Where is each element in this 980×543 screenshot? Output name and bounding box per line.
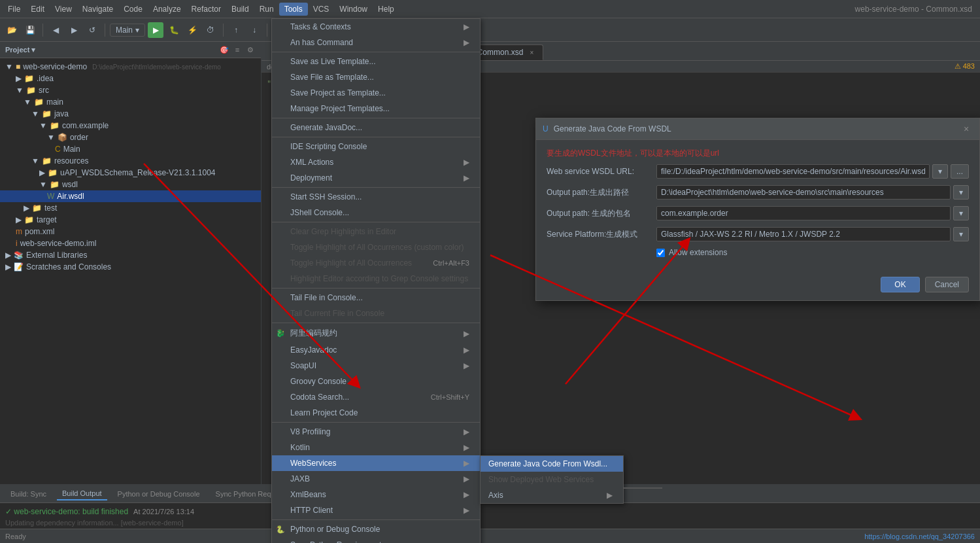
dialog-output-path1-input[interactable]	[656, 185, 951, 200]
dialog-allow-extensions-checkbox[interactable]	[656, 249, 665, 257]
toolbar-debug[interactable]: 🐛	[166, 22, 182, 38]
dialog-wsdl-browse-btn[interactable]: ...	[951, 164, 969, 179]
tree-src[interactable]: ▼ 📁 src	[0, 84, 261, 96]
menu-v8[interactable]: V8 Profiling ▶	[272, 424, 480, 440]
dialog-service-platform-input[interactable]	[656, 227, 951, 241]
status-link[interactable]: https://blog.csdn.net/qq_34207366	[864, 533, 975, 540]
bottom-tab-sync[interactable]: Build: Sync	[5, 488, 52, 500]
dialog-cancel-button[interactable]: Cancel	[925, 277, 969, 292]
menu-tools[interactable]: Tools	[279, 3, 308, 16]
tree-scratches[interactable]: ▶ 📝 Scratches and Consoles	[0, 261, 261, 273]
webservices-arrow: ▶	[464, 459, 469, 468]
tab-common-close[interactable]: ×	[527, 48, 536, 57]
toolbar-config[interactable]: Main ▾	[110, 24, 145, 37]
menu-refactor[interactable]: Refactor	[186, 3, 226, 16]
toolbar-new[interactable]: 📂	[4, 22, 20, 38]
menu-alibaba[interactable]: 🐉 阿里编码规约 ▶	[272, 324, 480, 342]
menu-python-console[interactable]: 🐍 Python or Debug Console	[272, 521, 480, 537]
menu-an-command[interactable]: An has Command ▶	[272, 35, 480, 50]
easy-arrow: ▶	[464, 345, 469, 355]
dialog-ok-button[interactable]: OK	[881, 277, 919, 292]
dialog-path2-dropdown-btn[interactable]: ▾	[953, 206, 969, 220]
tree-air-wsdl[interactable]: W Air.wsdl	[0, 190, 261, 202]
menu-manage-templates[interactable]: Manage Project Templates...	[272, 101, 480, 116]
dialog-path1-dropdown-btn[interactable]: ▾	[953, 185, 969, 200]
menu-sync-python[interactable]: Sync Python Requirements...	[272, 537, 480, 543]
menu-file[interactable]: File	[3, 3, 25, 16]
menu-analyze[interactable]: Analyze	[148, 3, 186, 16]
submenu-generate-java[interactable]: Generate Java Code From Wsdl...	[481, 456, 623, 472]
menu-soapui[interactable]: SoapUI ▶	[272, 358, 480, 374]
menu-help[interactable]: Help	[373, 3, 399, 16]
menu-deployment[interactable]: Deployment ▶	[272, 170, 480, 186]
toolbar-back[interactable]: ◀	[48, 22, 63, 38]
tree-external-libs[interactable]: ▶ 📚 External Libraries	[0, 249, 261, 261]
menu-vcs[interactable]: VCS	[308, 3, 335, 16]
tree-wsdl-folder[interactable]: ▼ 📁 wsdl	[0, 179, 261, 190]
menu-xmlbeans[interactable]: XmlBeans ▶	[272, 487, 480, 502]
menu-save-file[interactable]: Save File as Template...	[272, 69, 480, 85]
menu-learn-project[interactable]: Learn Project Code	[272, 405, 480, 421]
toolbar-pull[interactable]: ↓	[246, 22, 262, 38]
menu-tasks-contexts[interactable]: Tasks & Contexts ▶	[272, 19, 480, 35]
menu-run[interactable]: Run	[254, 3, 279, 16]
menu-tail-file[interactable]: Tail File in Console...	[272, 290, 480, 306]
tree-java[interactable]: ▼ 📁 java	[0, 108, 261, 120]
menu-code[interactable]: Code	[118, 3, 148, 16]
tree-com-label: com.example	[62, 121, 109, 130]
bottom-tab-build-output[interactable]: Build Output	[57, 487, 107, 500]
tree-main-class[interactable]: C Main	[0, 143, 261, 155]
menu-start-ssh[interactable]: Start SSH Session...	[272, 189, 480, 205]
submenu-axis[interactable]: Axis ▶	[481, 487, 623, 503]
menu-codota[interactable]: Codota Search... Ctrl+Shift+Y	[272, 389, 480, 405]
sidebar-action-locate[interactable]: 🎯	[219, 44, 229, 55]
menu-highlight-grep: Highlight Editor according to Grep Conso…	[272, 271, 480, 287]
bottom-tab-python-console[interactable]: Python or Debug Console	[112, 488, 205, 500]
menu-save-project[interactable]: Save Project as Template...	[272, 85, 480, 101]
toolbar-forward[interactable]: ▶	[66, 22, 82, 38]
tree-iml[interactable]: i web-service-demo.iml	[0, 237, 261, 249]
tree-uapi[interactable]: ▶ 📁 uAPI_WSDLSchema_Release-V21.3.1.1004	[0, 167, 261, 179]
menu-webservices[interactable]: WebServices ▶ Generate Java Code From Ws…	[272, 455, 480, 471]
dialog-platform-dropdown-btn[interactable]: ▾	[953, 227, 969, 241]
toolbar-profile[interactable]: ⏱	[203, 22, 218, 38]
sidebar-action-settings[interactable]: ⚙	[245, 44, 256, 55]
menu-window[interactable]: Window	[334, 3, 373, 16]
toolbar-vcs[interactable]: ↑	[228, 22, 244, 38]
menu-jshell[interactable]: JShell Console...	[272, 205, 480, 220]
tree-resources[interactable]: ▼ 📁 resources	[0, 155, 261, 167]
tree-main[interactable]: ▼ 📁 main	[0, 96, 261, 108]
menu-save-live[interactable]: Save as Live Template...	[272, 54, 480, 69]
tree-test[interactable]: ▶ 📁 test	[0, 202, 261, 214]
tree-pom[interactable]: m pom.xml	[0, 226, 261, 237]
dialog-wsdl-dropdown-btn[interactable]: ▾	[932, 164, 948, 179]
sidebar-action-collapse[interactable]: ≡	[232, 44, 243, 55]
menu-easy-javadoc[interactable]: EasyJavadoc ▶	[272, 342, 480, 358]
dialog-output-path2-input[interactable]	[656, 206, 951, 220]
tree-order[interactable]: ▼ 📦 order	[0, 131, 261, 143]
toolbar-run[interactable]: ▶	[148, 22, 163, 38]
toolbar-refresh[interactable]: ↺	[84, 22, 100, 38]
tree-idea[interactable]: ▶ 📁 .idea	[0, 73, 261, 84]
menu-navigate[interactable]: Navigate	[77, 3, 118, 16]
dialog-title: U Generate Java Code From WSDL	[543, 124, 671, 133]
tree-target[interactable]: ▶ 📁 target	[0, 214, 261, 226]
toolbar-coverage[interactable]: ⚡	[184, 22, 200, 38]
menu-groovy[interactable]: Groovy Console	[272, 374, 480, 389]
menu-edit[interactable]: Edit	[25, 3, 50, 16]
tree-com-example[interactable]: ▼ 📁 com.example	[0, 120, 261, 131]
tree-wsdl-folder-label: wsdl	[62, 180, 78, 189]
dialog-close-button[interactable]: ×	[960, 122, 973, 135]
menu-http-client[interactable]: HTTP Client ▶	[272, 502, 480, 518]
menu-jaxb[interactable]: JAXB ▶	[272, 471, 480, 487]
warning-badge: ⚠ 483	[955, 62, 975, 71]
dialog-wsdl-url-input[interactable]	[656, 164, 930, 179]
menu-build[interactable]: Build	[226, 3, 254, 16]
menu-view[interactable]: View	[50, 3, 77, 16]
menu-xml-actions[interactable]: XML Actions ▶	[272, 154, 480, 170]
menu-kotlin[interactable]: Kotlin ▶	[272, 440, 480, 455]
toolbar-save[interactable]: 💾	[22, 22, 38, 38]
menu-generate-javadoc[interactable]: Generate JavaDoc...	[272, 120, 480, 135]
menu-ide-scripting[interactable]: IDE Scripting Console	[272, 139, 480, 154]
tree-root[interactable]: ▼ ■ web-service-demo D:\ideaProject\htlm…	[0, 61, 261, 73]
